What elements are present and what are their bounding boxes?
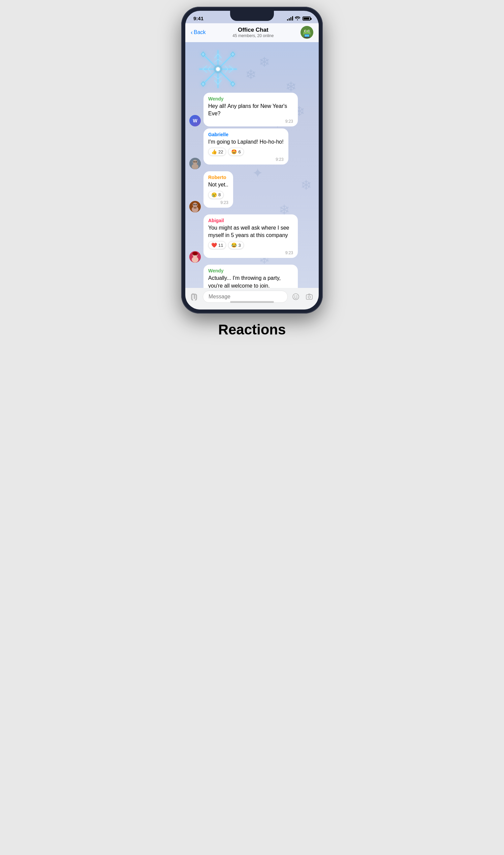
sender-name-gabrielle: Gabrielle: [208, 132, 284, 137]
message-bubble-gabrielle[interactable]: Gabrielle I'm going to Lapland! Ho-ho-ho…: [203, 128, 288, 164]
svg-point-53: [192, 252, 198, 255]
reaction-count-heart: 11: [218, 243, 223, 248]
reaction-count-starstruck: 6: [238, 150, 240, 154]
msg-time-wendy-1: 9:23: [208, 119, 293, 124]
sender-name-wendy-2: Wendy: [208, 268, 293, 274]
back-label: Back: [194, 29, 206, 35]
wifi-icon: [295, 16, 300, 21]
reaction-starstruck[interactable]: 🤩 6: [228, 148, 244, 156]
avatar-roberto: [189, 201, 201, 212]
svg-point-56: [296, 296, 298, 297]
msg-text-wendy-1: Hey all! Any plans for New Year's Eve?: [208, 103, 293, 118]
chat-area[interactable]: ❄ ❄ ❄ ❄ ❄ ❄ ❄ ❄ ❄ ✦ ✦ ✦: [185, 42, 319, 288]
phone-shell: 9:41: [181, 7, 323, 314]
message-row-wendy-1: W Wendy Hey all! Any plans for New Year'…: [189, 93, 315, 126]
chevron-left-icon: ‹: [191, 29, 193, 35]
message-row-wendy-2: W Wendy Actually... I'm throwing a party…: [189, 265, 315, 288]
svg-point-55: [294, 296, 295, 297]
phone-screen: 9:41: [185, 11, 319, 310]
reaction-count-thumbsup: 22: [218, 150, 223, 154]
signal-bars-icon: [287, 16, 293, 21]
message-row-abigail: Abigail You might as well ask where I se…: [189, 214, 315, 263]
reactions-gabrielle: 👍 22 🤩 6: [208, 148, 284, 156]
msg-text-gabrielle: I'm going to Lapland! Ho-ho-ho!: [208, 138, 284, 146]
status-time: 9:41: [193, 16, 203, 21]
sender-name-roberto: Roberto: [208, 175, 229, 180]
sender-name-abigail: Abigail: [208, 218, 293, 223]
reaction-emoji-heart: ❤️: [211, 242, 217, 248]
nav-bar: ‹ Back Office Chat 45 members, 20 online: [185, 23, 319, 42]
home-indicator: [230, 301, 274, 303]
page-wrapper: 9:41: [126, 0, 378, 351]
reaction-count-crying: 8: [218, 192, 221, 197]
camera-button[interactable]: [304, 291, 315, 302]
svg-rect-57: [306, 295, 312, 299]
message-row-gabrielle: Gabrielle I'm going to Lapland! Ho-ho-ho…: [189, 128, 315, 169]
svg-point-7: [308, 31, 309, 32]
svg-point-38: [193, 160, 197, 164]
back-button[interactable]: ‹ Back: [191, 29, 206, 35]
svg-rect-9: [305, 34, 309, 37]
page-caption: Reactions: [218, 321, 286, 338]
reaction-thumbsup[interactable]: 👍 22: [208, 148, 226, 156]
message-bubble-roberto[interactable]: Roberto Not yet.. 😢 8 9:23: [203, 171, 233, 207]
reaction-crying[interactable]: 😢 8: [208, 191, 224, 199]
msg-time-abigail: 9:23: [208, 250, 293, 255]
svg-rect-10: [304, 37, 310, 38]
svg-point-39: [192, 164, 198, 169]
svg-point-47: [193, 207, 197, 209]
svg-point-6: [305, 31, 306, 32]
msg-text-wendy-2: Actually... I'm throwing a party, you're…: [208, 275, 293, 288]
svg-point-40: [193, 161, 195, 162]
reaction-laughing[interactable]: 😂 3: [228, 241, 244, 249]
reaction-emoji-laughing: 😂: [231, 242, 237, 248]
svg-point-45: [193, 204, 195, 205]
status-icons: [287, 16, 311, 21]
battery-icon: [303, 17, 311, 21]
message-row-roberto: Roberto Not yet.. 😢 8 9:23: [189, 171, 315, 212]
nav-center: Office Chat 45 members, 20 online: [206, 27, 301, 38]
reaction-emoji-thumbsup: 👍: [211, 149, 217, 154]
message-bubble-abigail[interactable]: Abigail You might as well ask where I se…: [203, 214, 298, 258]
svg-point-50: [192, 257, 198, 263]
message-bubble-wendy-2[interactable]: Wendy Actually... I'm throwing a party, …: [203, 265, 298, 288]
avatar-gabrielle: [189, 158, 201, 169]
avatar[interactable]: [301, 26, 313, 39]
msg-time-gabrielle: 9:23: [208, 157, 284, 162]
snowflake-hero: [189, 42, 315, 93]
message-bubble-wendy-1[interactable]: Wendy Hey all! Any plans for New Year's …: [203, 93, 298, 126]
avatar-abigail: [189, 251, 201, 263]
sender-name-wendy: Wendy: [208, 96, 293, 102]
msg-text-roberto: Not yet..: [208, 181, 229, 189]
notch: [230, 11, 274, 21]
reactions-roberto: 😢 8: [208, 191, 229, 199]
reaction-heart[interactable]: ❤️ 11: [208, 241, 226, 249]
input-bar: [185, 288, 319, 310]
svg-point-54: [293, 294, 299, 300]
reaction-count-laughing: 3: [238, 243, 240, 248]
nav-title: Office Chat: [206, 27, 301, 33]
svg-point-41: [195, 161, 197, 162]
svg-point-46: [195, 204, 197, 205]
svg-point-58: [308, 296, 311, 298]
reactions-abigail: ❤️ 11 😂 3: [208, 241, 293, 249]
avatar-wendy: W: [189, 115, 201, 126]
msg-text-abigail: You might as well ask where I see myself…: [208, 224, 293, 239]
attach-button[interactable]: [189, 291, 200, 302]
reaction-emoji-crying: 😢: [211, 192, 217, 197]
reaction-emoji-starstruck: 🤩: [231, 149, 237, 154]
nav-subtitle: 45 members, 20 online: [206, 33, 301, 38]
msg-time-roberto: 9:23: [208, 200, 229, 205]
svg-point-36: [216, 67, 220, 71]
sticker-button[interactable]: [290, 291, 301, 302]
